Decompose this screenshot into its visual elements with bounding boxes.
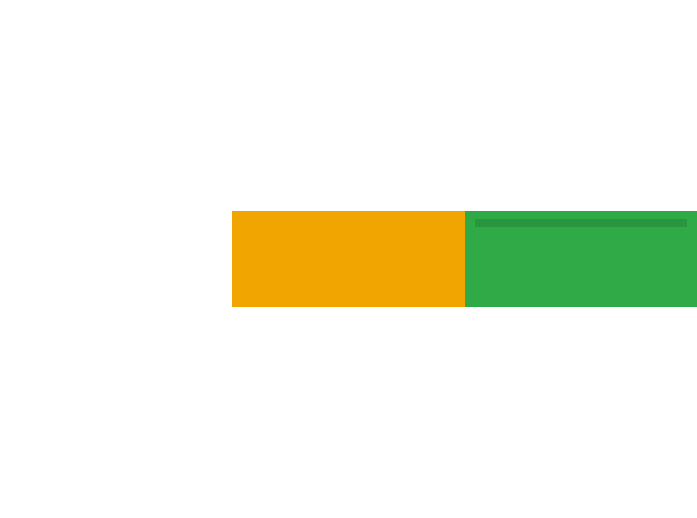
pricing-table	[0, 211, 697, 307]
bottom-empty	[0, 299, 232, 307]
plan-green-title	[475, 227, 687, 291]
empty-header	[0, 211, 232, 299]
plan-header-green[interactable]	[465, 211, 697, 299]
plan-gold-price	[242, 269, 454, 277]
header-row	[0, 211, 697, 299]
most-popular-badge	[475, 219, 687, 227]
bottom-green	[465, 299, 697, 307]
plan-header-gold[interactable]	[232, 211, 464, 299]
plan-green-price	[485, 273, 677, 281]
bottom-bar	[0, 299, 697, 307]
bottom-gold	[232, 299, 464, 307]
